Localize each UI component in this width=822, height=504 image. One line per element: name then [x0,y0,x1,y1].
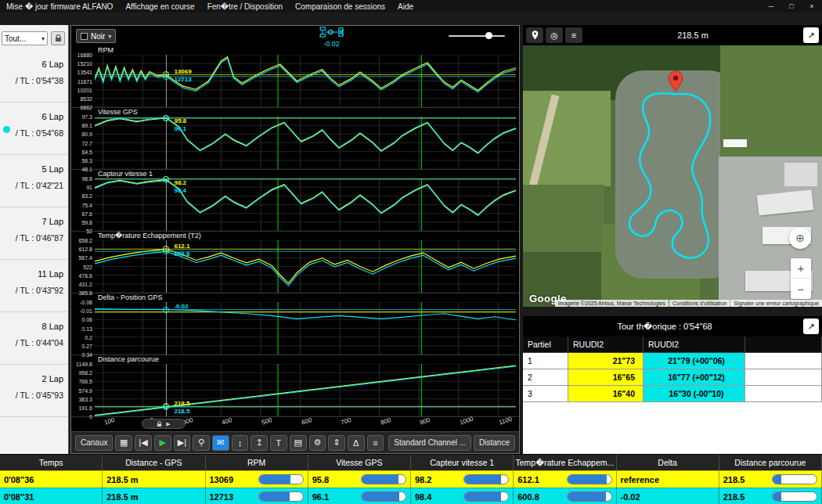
lap-list-item[interactable]: 7 Lap/ TL : 0'46"87 [0,207,68,260]
delta-button[interactable]: Δ [348,435,365,451]
zoom-out-button[interactable]: − [791,279,811,299]
theory-column-header: Partiel [523,337,568,353]
channels-button[interactable]: Canaux [75,435,113,451]
lap-list-item[interactable]: 11 Lap/ TL : 0'43"92 [0,260,68,312]
skip-first-button[interactable]: |◀ [135,435,152,451]
text-tool-button[interactable]: T [270,435,287,451]
attribution-segment[interactable]: Conditions d'utilisation [669,300,730,307]
lines-button[interactable]: ≡ [367,435,384,451]
y-tick-label: 0.13 [81,326,92,331]
map-distance-label: 218.5 m [585,31,801,40]
lap-filter-dropdown[interactable]: Tout... ▾ [2,31,48,45]
place-marker-button[interactable] [526,27,543,43]
zoom-slider[interactable] [449,34,505,38]
export-up-button[interactable]: ↥ [251,435,268,451]
value-cell: 98.4 [411,488,514,504]
measure-button[interactable]: ↕ [232,435,249,451]
kart-position-indicator: -0.02 [318,27,346,48]
y-tick-label: 56.3 [81,158,92,164]
cell-value: 218.5 [723,492,745,502]
kart-delta-value: -0.02 [318,40,346,48]
print-button[interactable]: ▤ [290,435,307,451]
channel-values-table: TempsDistance - GPSRPMVitesse GPSCapteur… [0,454,822,504]
channel-title: Temp�rature Echappement (T2) [71,232,519,240]
menu-item[interactable]: Aide [391,2,420,11]
comment-button[interactable]: ✉ [212,435,229,451]
theory-row[interactable]: 216"6516"77 (+00"12) [523,369,822,386]
value-row[interactable]: 0'08"31218.5 m1271396.198.4600.8-0.02218… [0,488,822,504]
lap-list-item[interactable]: 2 Lap/ TL : 0'45"93 [0,365,68,417]
x-tick-label: 1000 [459,416,474,427]
lap-list-item[interactable]: 8 Lap/ TL : 0'44"04 [0,312,68,365]
plot-area[interactable]: 95.896.1 [95,117,516,169]
table-header-row: TempsDistance - GPSRPMVitesse GPSCapteur… [0,455,822,470]
theory-row[interactable]: 121"7321"79 (+00"06) [523,353,822,369]
value-bar-fill [259,492,290,501]
menu-item[interactable]: Affichage en course [119,2,200,11]
place-marker-icon [532,31,539,40]
y-tick-label: 766.5 [78,379,92,384]
window-controls: ─□× [761,2,822,10]
trace-compared-lap [95,181,516,216]
chart-panels: RPM1688015210135411187110201853268621306… [71,46,519,417]
theme-dropdown[interactable]: Noir ▾ [76,29,116,43]
plot-area[interactable]: -0.02 [95,302,516,355]
value-cell: 0'08"31 [0,488,103,504]
partial-reference-time: 21"73 [568,353,644,369]
plot-area[interactable]: 1306912713 [95,55,516,107]
target-button[interactable]: ◎ [546,27,563,43]
y-tick-label: 16880 [78,52,92,58]
layers-list-button[interactable]: ≡ [565,27,582,43]
chart-scrollbar-handle[interactable]: ▶ [142,419,186,429]
theoretical-export-button[interactable]: ↗ [803,319,819,334]
menu-item[interactable]: Mise � jour firmware ALFANO [0,2,119,11]
settings-button[interactable]: ⚙ [309,435,326,451]
value-cell: 600.8 [514,488,616,504]
lap-filter-label: Tout... [5,34,26,43]
plot-area[interactable]: 98.298.4 [95,178,516,231]
lap-list-item[interactable]: 5 Lap/ TL : 0'42"21 [0,155,68,207]
cell-value: reference [621,475,660,484]
play-button[interactable]: ▶ [154,435,171,451]
grid-view-button[interactable]: ▦ [115,435,132,451]
theory-row[interactable]: 316"4016"30 (-00"10) [523,386,822,402]
map-view[interactable]: ⊕ + − Google Imagerie ©2025 Airbus, Maxa… [523,45,822,307]
slider-knob[interactable] [485,32,492,39]
export-icon: ↗ [807,31,814,41]
plot-area[interactable]: 218.5218.5 [95,364,516,416]
attribution-segment[interactable]: Signaler une erreur cartographique [730,300,822,307]
skip-last-button[interactable]: ▶| [174,435,191,451]
y-tick-label: 567.4 [78,255,92,261]
export-up-icon: ↥ [256,437,263,448]
close-button[interactable]: × [802,2,822,10]
menu-item[interactable]: Fen�tre / Disposition [201,2,289,11]
maximize-button[interactable]: □ [781,2,802,10]
zoom-in-button[interactable]: + [791,258,811,279]
value-row[interactable]: 0'08"36218.5 m1306995.898.2612.1referenc… [0,470,822,488]
value-bar [258,474,304,484]
standard-channel-button[interactable]: Standard Channel ... [388,435,471,451]
lap-color-dot [3,126,10,133]
theory-column-header-filler [745,337,822,353]
minimize-button[interactable]: ─ [761,2,781,10]
zoom-button[interactable]: ⚲ [193,435,210,451]
distance-mode-button[interactable]: Distance [474,435,515,451]
lock-button[interactable] [51,31,65,45]
fit-vertical-button[interactable]: ⇕ [328,435,345,451]
map-attribution: Imagerie ©2025 Airbus, Maxar Technologie… [554,300,822,307]
map-export-button[interactable]: ↗ [803,27,819,43]
y-axis: 97.389.180.972.764.556.348.1 [71,117,95,169]
y-tick-label: 89.1 [81,123,92,128]
pan-control[interactable]: ⊕ [789,227,811,249]
menu-item[interactable]: Comparaison de sessions [289,2,391,11]
lap-list-item[interactable]: 6 Lap/ TL : 0'54"38 [0,50,68,103]
attribution-segment[interactable]: Imagerie ©2025 Airbus, Maxar Technologie… [555,300,669,307]
partial-times-table: PartielRUUDI2RUUDI2121"7321"79 (+00"06)2… [523,337,822,402]
cell-value: 218.5 [723,475,745,484]
lap-list-item[interactable]: 6 Lap/ TL : 0'54"68 [0,103,68,155]
cell-value: 600.8 [517,492,539,502]
lap-time-label: / TL : 0'45"93 [0,391,63,400]
slider-track [449,35,505,37]
y-axis: 98.89183.275.467.659.852 [71,178,95,231]
plot-area[interactable]: 612.1600.8 [95,240,516,293]
